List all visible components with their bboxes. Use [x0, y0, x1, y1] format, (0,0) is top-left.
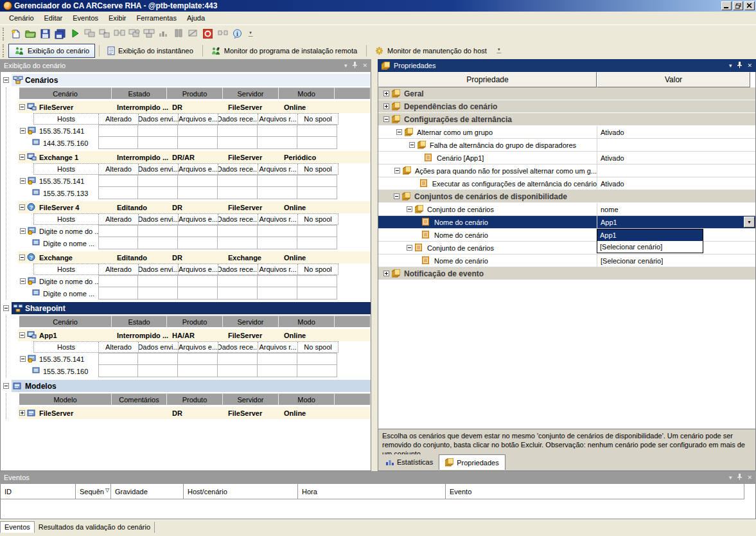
- property-row-13[interactable]: Nome do cenário[Selecionar cenário]: [378, 255, 755, 267]
- column-header-cenario[interactable]: Cenário: [19, 87, 112, 99]
- collapse-expander[interactable]: [3, 383, 9, 389]
- events-column-hostcenario[interactable]: Host/cenário: [184, 484, 298, 499]
- events-column-gravidade[interactable]: Gravidade: [111, 484, 184, 499]
- host-row[interactable]: 144.35.75.160: [6, 137, 371, 149]
- host-column-3[interactable]: Arquivos e...: [179, 214, 218, 224]
- info-button[interactable]: i: [230, 26, 245, 41]
- property-row-5[interactable]: Cenário [App1]Ativado: [378, 152, 755, 165]
- host-row[interactable]: 155.35.75.141: [6, 125, 371, 137]
- host-row[interactable]: Digite o nome ...: [6, 237, 371, 249]
- close-button[interactable]: [744, 1, 755, 10]
- column-header-produto[interactable]: Produto: [167, 393, 223, 405]
- host-column-6[interactable]: No spool: [298, 164, 338, 174]
- column-header-estado[interactable]: Estado: [112, 87, 167, 99]
- configure-hosts-button[interactable]: [127, 26, 141, 41]
- column-header-modo[interactable]: Modo: [279, 87, 335, 99]
- events-column-evento[interactable]: Evento: [446, 484, 744, 499]
- view-tab-3[interactable]: Monitor do programa de instalação remota: [206, 44, 362, 58]
- menu-eventos[interactable]: Eventos: [67, 12, 103, 24]
- view-tab-1[interactable]: Exibição do cenário: [8, 44, 95, 58]
- column-header-servidor[interactable]: Servidor: [223, 316, 279, 327]
- host-column-2[interactable]: Dados envi...: [139, 342, 179, 352]
- save-button[interactable]: [38, 26, 53, 41]
- view-tab-4[interactable]: Monitor de manutenção do host: [369, 44, 492, 58]
- host-column-5[interactable]: Arquivos r...: [258, 214, 298, 224]
- collapse-expander[interactable]: [409, 142, 415, 148]
- menu-editar[interactable]: Editar: [39, 12, 68, 24]
- host-column-2[interactable]: Dados envi...: [139, 264, 179, 274]
- sync-hosts-button[interactable]: [82, 26, 97, 41]
- panel-splitter[interactable]: [371, 59, 378, 471]
- column-header-servidor[interactable]: Servidor: [223, 393, 279, 405]
- collapse-expander[interactable]: [407, 245, 412, 251]
- value-column-header[interactable]: Valor: [597, 72, 750, 87]
- column-header-servidor[interactable]: Servidor: [223, 87, 279, 99]
- property-row-8[interactable]: Conjuntos de cenários de disponibilidade: [378, 190, 755, 203]
- host-column-3[interactable]: Arquivos e...: [179, 164, 218, 174]
- toolbar-grip[interactable]: [3, 28, 6, 40]
- host-column-6[interactable]: No spool: [298, 214, 338, 224]
- host-row[interactable]: 155.35.75.141: [6, 175, 371, 187]
- toolbar-overflow-button[interactable]: ▾—: [246, 27, 255, 41]
- host-column-1[interactable]: Alterado: [99, 164, 139, 174]
- viewbar-overflow-button[interactable]: ▾—: [495, 44, 504, 58]
- host-row[interactable]: 155.35.75.160: [6, 365, 371, 377]
- column-header-modo[interactable]: Modo: [279, 393, 335, 405]
- minimize-button[interactable]: [721, 1, 732, 10]
- stop-button[interactable]: [200, 26, 215, 41]
- host-row[interactable]: 155.35.75.133: [6, 187, 371, 199]
- expand-expander[interactable]: [383, 91, 389, 96]
- host-column-1[interactable]: Alterado: [99, 342, 139, 352]
- collapse-expander[interactable]: [383, 116, 389, 122]
- viewbar-grip[interactable]: [3, 44, 6, 57]
- property-row-7[interactable]: Executar as configurações de alternância…: [378, 177, 755, 190]
- collapse-expander[interactable]: [394, 193, 400, 199]
- pin-icon[interactable]: [737, 62, 742, 69]
- dropdown-option[interactable]: App1: [597, 229, 703, 241]
- column-header-produto[interactable]: Produto: [167, 316, 223, 327]
- host-column-0[interactable]: Hosts: [34, 164, 99, 174]
- host-column-3[interactable]: Arquivos e...: [179, 264, 218, 274]
- host-column-5[interactable]: Arquivos r...: [258, 164, 298, 174]
- property-row-10[interactable]: Nome do cenárioApp1▼: [378, 216, 755, 229]
- property-row-3[interactable]: Alternar como um grupoAtivado: [378, 126, 755, 139]
- property-row-6[interactable]: Ações para quando não for possível alter…: [378, 165, 755, 177]
- host-column-4[interactable]: Dados rece...: [218, 164, 258, 174]
- column-header-estado[interactable]: Estado: [112, 316, 167, 327]
- close-panel-icon[interactable]: ✕: [747, 62, 752, 69]
- collapse-expander[interactable]: [3, 77, 9, 83]
- events-column-sequen[interactable]: Sequên▽: [76, 484, 111, 499]
- pin-icon[interactable]: [737, 474, 742, 481]
- events-column-hora[interactable]: Hora: [298, 484, 446, 499]
- host-row[interactable]: Digite o nome do ...: [6, 275, 371, 287]
- replication-button[interactable]: [215, 26, 230, 41]
- host-column-0[interactable]: Hosts: [34, 114, 99, 124]
- close-panel-icon[interactable]: ✕: [362, 62, 367, 69]
- host-column-6[interactable]: No spool: [298, 114, 338, 124]
- restore-button[interactable]: [733, 1, 743, 10]
- host-column-5[interactable]: Arquivos r...: [258, 264, 298, 274]
- tab-estatisticas[interactable]: Estatísticas: [380, 455, 439, 469]
- collapse-expander[interactable]: [19, 104, 25, 110]
- host-column-5[interactable]: Arquivos r...: [258, 114, 298, 124]
- collapse-expander[interactable]: [20, 128, 26, 134]
- collapse-expander[interactable]: [19, 154, 25, 160]
- host-column-2[interactable]: Dados envi...: [139, 114, 179, 124]
- host-column-0[interactable]: Hosts: [34, 264, 99, 274]
- save-all-button[interactable]: [53, 26, 67, 41]
- tab-propriedades[interactable]: Propriedades: [439, 454, 505, 470]
- new-scenario-button[interactable]: [8, 26, 23, 41]
- host-row[interactable]: Digite o nome ...: [6, 287, 371, 299]
- collapse-expander[interactable]: [394, 168, 400, 174]
- scenario-row-fileserver-4[interactable]: ?FileServer 4EditandoDRFileServerOnline: [18, 201, 371, 213]
- group-row-sharepoint[interactable]: Sharepoint: [3, 302, 371, 314]
- panel-menu-icon[interactable]: ▾: [729, 474, 732, 481]
- host-column-1[interactable]: Alterado: [99, 264, 139, 274]
- collapse-expander[interactable]: [407, 206, 412, 212]
- bottom-tab-eventos[interactable]: Eventos: [0, 521, 35, 533]
- host-group-button[interactable]: [141, 26, 156, 41]
- host-column-0[interactable]: Hosts: [34, 214, 99, 224]
- scenario-row-app1[interactable]: App1Interrompido ...HA/ARFileServerOnlin…: [18, 329, 371, 341]
- collapse-expander[interactable]: [19, 204, 25, 210]
- combo-dropdown-button[interactable]: ▼: [744, 217, 755, 228]
